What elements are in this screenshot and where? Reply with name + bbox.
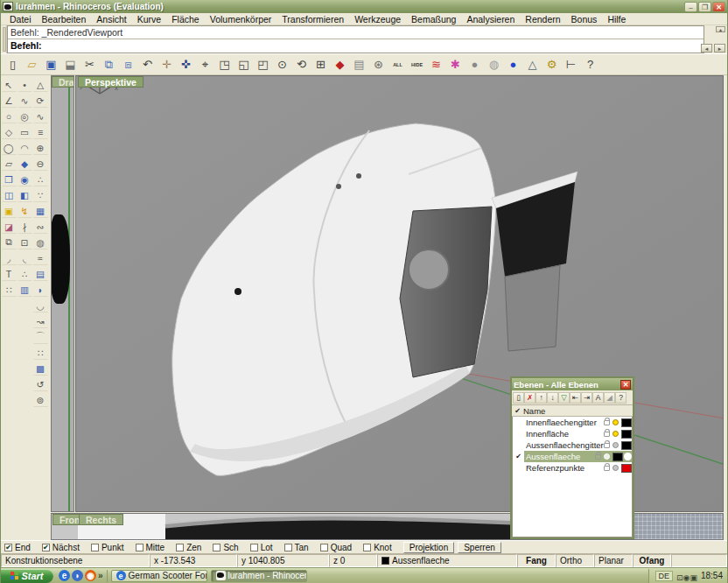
viewport-tab-rechts[interactable]: Rechts <box>79 514 123 525</box>
polyline-icon[interactable]: ∠ <box>2 93 17 108</box>
osnap-lot[interactable]: Lot <box>250 543 273 552</box>
menu-item-bearbeiten[interactable]: Bearbeiten <box>37 14 92 25</box>
cylinder-icon[interactable]: ◫ <box>2 187 17 202</box>
layer-color-swatch[interactable] <box>621 430 632 439</box>
fillet-2-icon[interactable]: ◟ <box>18 250 32 265</box>
blend-curve-icon[interactable]: ◡ <box>33 298 48 313</box>
zoom-window-icon[interactable]: ◳ <box>215 55 234 74</box>
layer-row-innenflaechengitter[interactable]: Innenflaechengitter <box>513 417 632 428</box>
menu-item-ansicht[interactable]: Ansicht <box>91 14 131 25</box>
layer-bulb-icon[interactable] <box>612 442 619 448</box>
status-toggle-planar[interactable]: Planar <box>594 554 633 567</box>
layer-lock-icon[interactable] <box>604 432 610 437</box>
display-tray-icon[interactable]: ⊡ <box>676 573 683 582</box>
rename-layer-icon[interactable]: A <box>592 392 604 404</box>
layer-row-aussenflaechengitter[interactable]: Aussenflaechengitter <box>513 439 632 451</box>
split-icon[interactable]: ∤ <box>18 219 32 234</box>
move-layer-up-icon[interactable]: ↑ <box>536 392 547 404</box>
osnap-quad[interactable]: Quad <box>320 543 352 552</box>
osnap-end[interactable]: ✔End <box>4 543 31 552</box>
arc-tool-icon[interactable]: ⌒ <box>33 329 48 344</box>
osnap-checkbox-lot[interactable] <box>250 544 258 551</box>
osnap-tan[interactable]: Tan <box>284 543 309 552</box>
menu-item-werkzeuge[interactable]: Werkzeuge <box>349 14 406 25</box>
point-grid-icon[interactable]: ∷ <box>2 282 17 297</box>
layer-lock-icon[interactable] <box>604 443 610 448</box>
osnap-checkbox-tan[interactable] <box>284 544 292 551</box>
layers-panel-close-icon[interactable]: ✕ <box>620 380 631 390</box>
move-layer-down-icon[interactable]: ↓ <box>547 392 558 404</box>
layer-lock-icon[interactable] <box>604 420 610 425</box>
surface-plane-icon[interactable]: ▱ <box>2 156 17 171</box>
undo-icon[interactable]: ↶ <box>138 55 157 74</box>
new-layer-icon[interactable]: ▯ <box>513 392 524 404</box>
insert-control-icon[interactable]: ⊕ <box>33 140 48 155</box>
layer-state-icon[interactable]: ≋ <box>427 55 445 74</box>
layer-lock-icon[interactable] <box>595 454 601 460</box>
undo-view-change-icon[interactable]: ⟲ <box>292 55 311 74</box>
layer-color-swatch[interactable] <box>612 453 623 461</box>
layers-header-name[interactable]: Name <box>523 406 545 416</box>
expand-right-icon[interactable]: ⇥ <box>581 392 592 404</box>
ellipse-icon[interactable]: ◯ <box>2 140 17 155</box>
red-car-icon[interactable]: ◆ <box>331 55 349 74</box>
render-scene-icon[interactable]: ▤ <box>350 55 368 74</box>
layer-bulb-icon[interactable] <box>612 465 619 471</box>
command-scroll-up-icon[interactable]: ▲ <box>716 26 725 32</box>
point-set-icon[interactable]: ∷ <box>33 345 48 360</box>
taskbar-task-lurahmen-rhinocero[interactable]: lurahmen - Rhinocero... <box>211 570 307 582</box>
layer-bulb-icon[interactable] <box>604 453 610 460</box>
status-cplane[interactable]: Konstruktionsebene <box>1 554 150 567</box>
layer-lock-icon[interactable] <box>604 466 610 471</box>
polygon-icon[interactable]: ◇ <box>2 124 17 139</box>
ghosted-viewport-icon[interactable]: ◍ <box>485 55 503 74</box>
layer-row-referenzpunkte[interactable]: Referenzpunkte <box>513 462 632 474</box>
hatch-surface-icon[interactable]: ▤ <box>33 266 48 281</box>
text-icon[interactable]: T <box>2 266 17 281</box>
new-file-icon[interactable]: ▯ <box>4 55 22 74</box>
extend-curve-icon[interactable]: ↝ <box>33 313 48 328</box>
paste-icon[interactable]: ⧈ <box>119 55 137 74</box>
osnap-n-chst[interactable]: ✔Nächst <box>42 543 80 552</box>
taskbar-task-german-scooter-foru[interactable]: eGerman Scooter Foru... <box>111 570 207 582</box>
ie-quicklaunch-icon[interactable]: e <box>59 570 70 581</box>
sphere-analyze-icon[interactable]: ◍ <box>33 235 48 249</box>
patch-surface-icon[interactable]: ◆ <box>18 156 32 171</box>
layer-row-innenfl-che[interactable]: Innenfläche <box>513 428 632 439</box>
osnap-checkbox-n-chst[interactable]: ✔ <box>42 544 50 551</box>
window-tray-icon[interactable]: ▣ <box>690 573 697 582</box>
free-curve-icon[interactable]: ∿ <box>18 93 32 108</box>
move-icon[interactable]: ✜ <box>177 55 195 74</box>
trim-icon[interactable]: ◪ <box>2 219 17 234</box>
color-wheel-icon[interactable]: ✱ <box>446 55 465 74</box>
osnap-checkbox-knot[interactable] <box>363 544 371 551</box>
properties-icon[interactable]: ▣ <box>2 203 17 218</box>
status-current-layer[interactable]: Aussenflaeche <box>377 554 517 567</box>
circle-diameter-icon[interactable]: ◎ <box>18 109 32 123</box>
zoom-extents-icon[interactable]: ◰ <box>254 55 272 74</box>
rotate-tool-icon[interactable]: ⟳ <box>33 93 48 108</box>
command-scroll-right-icon[interactable]: ▸ <box>714 44 725 53</box>
firefox-quicklaunch-icon[interactable]: ◉ <box>85 570 96 581</box>
options-gears-icon[interactable]: ⚙ <box>542 55 561 74</box>
titlebar-restore-button[interactable]: ❐ <box>698 2 711 12</box>
status-toggle-fang[interactable]: Fang <box>517 554 556 567</box>
layers-panel-titlebar[interactable]: Ebenen - Alle Ebenen ✕ <box>512 378 633 390</box>
viewport-tab-drauf[interactable]: Drauf <box>52 76 74 88</box>
command-prompt[interactable]: Befehl: <box>8 39 704 53</box>
point-icon[interactable]: • <box>18 77 32 92</box>
menu-item-rendern[interactable]: Rendern <box>520 14 565 25</box>
osnap-checkbox-zen[interactable] <box>176 544 184 551</box>
osnap-mitte[interactable]: Mitte <box>136 543 165 552</box>
status-toggle-ofang[interactable]: Ofang <box>633 554 671 567</box>
wireframe-cone-icon[interactable]: △ <box>523 55 542 74</box>
collapse-left-icon[interactable]: ⇤ <box>570 392 581 404</box>
smooth-tool-icon[interactable]: ≈ <box>33 250 48 265</box>
viewport-layout-icon[interactable]: ⊞ <box>312 55 330 74</box>
layer-color-swatch[interactable] <box>621 441 632 450</box>
select-all-icon[interactable]: ALL <box>388 55 407 74</box>
menu-item-transformieren[interactable]: Transformieren <box>276 14 349 25</box>
dimension-tool-icon[interactable]: ⊢ <box>562 55 580 74</box>
menu-item-bonus[interactable]: Bonus <box>566 14 603 25</box>
layer-bulb-icon[interactable] <box>612 431 619 437</box>
